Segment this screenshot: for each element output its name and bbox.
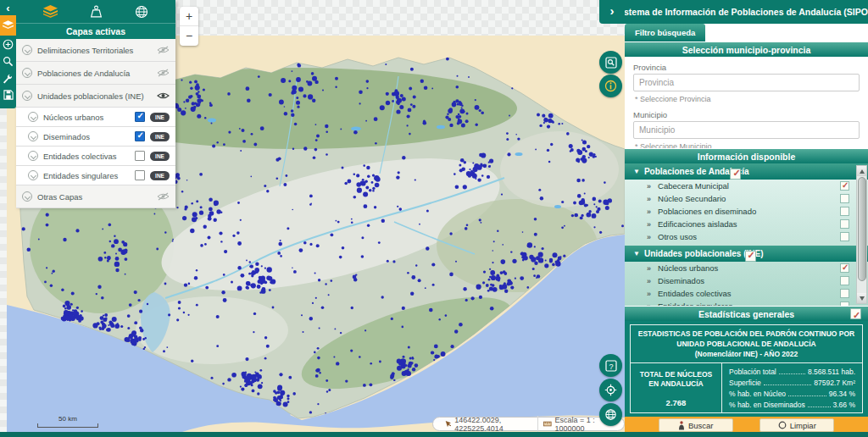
collapse-left-panel-button[interactable]: ‹	[0, 0, 16, 15]
info-item-diseminados[interactable]: » Diseminados	[625, 274, 868, 287]
collapse-circle-icon[interactable]	[22, 45, 32, 55]
item-checkbox[interactable]	[840, 194, 849, 203]
measure-icon[interactable]	[89, 5, 103, 19]
zoom-control: + −	[180, 7, 198, 46]
layer-group-unidades-ine[interactable]: Unidades poblacionales (INE)	[16, 85, 175, 108]
scalebar-label: 50 km	[37, 415, 98, 423]
ine-badge: INE	[150, 152, 170, 161]
item-checkbox[interactable]	[840, 207, 849, 216]
layer-diseminados[interactable]: Diseminados INE	[16, 127, 175, 147]
scrollbar-thumb[interactable]	[858, 177, 866, 281]
layer-group-delimitaciones[interactable]: Delimitaciones Territoriales	[16, 39, 175, 62]
info-group-unidades-ine[interactable]: ▼ Unidades poblacionales (INE)	[625, 246, 868, 262]
info-item-nucleos-urbanos[interactable]: » Núcleos urbanos	[625, 262, 868, 274]
action-footer: Buscar Limpiar	[625, 417, 868, 434]
left-toolbar: ‹	[0, 0, 16, 108]
save-tool-button[interactable]	[0, 86, 16, 103]
stats-values-cell: Población total 8.568.511 hab. Superfici…	[722, 363, 862, 412]
add-tool-button[interactable]	[0, 36, 16, 53]
stats-total-cell: TOTAL DE NÚCLEOS EN ANDALUCÍA 2.768	[631, 363, 722, 412]
item-checkbox[interactable]	[840, 276, 849, 285]
layer-group-poblaciones[interactable]: Poblaciones de Andalucía	[16, 62, 175, 85]
layer-checkbox[interactable]	[135, 170, 145, 180]
collapse-circle-icon[interactable]	[22, 91, 32, 101]
layer-entidades-singulares[interactable]: Entidades singulares INE	[16, 166, 175, 185]
layers-tool-button[interactable]	[0, 15, 16, 36]
info-item-cabecera-municipal[interactable]: » Cabecera Municipal	[625, 180, 868, 192]
info-icon	[604, 80, 617, 92]
info-button[interactable]	[599, 75, 622, 97]
ruler-icon	[543, 421, 552, 427]
layers-panel-header	[16, 0, 175, 23]
layers-icon[interactable]	[43, 5, 58, 18]
geolocate-button[interactable]	[599, 379, 622, 401]
eye-slash-icon[interactable]	[156, 46, 170, 54]
page-bottom-bar	[0, 432, 868, 437]
layer-checkbox[interactable]	[135, 131, 145, 141]
layer-nucleos-urbanos[interactable]: Núcleos urbanos INE	[16, 108, 175, 127]
tools-button[interactable]	[0, 69, 16, 86]
triangle-down-icon: ▼	[633, 250, 640, 257]
eye-slash-icon[interactable]	[156, 192, 170, 201]
triangle-down-icon: ▼	[633, 168, 640, 175]
info-group-poblaciones[interactable]: ▼ Poblaciones de Andalucía	[625, 163, 868, 180]
info-item-nucleo-secundario[interactable]: » Núcleo Secundario	[625, 192, 868, 205]
scroll-up-button[interactable]	[857, 166, 866, 176]
layer-group-otras-capas[interactable]: Otras Capas	[16, 185, 175, 208]
provincia-input[interactable]	[633, 74, 860, 91]
layers-panel: Capas activas Delimitaciones Territorial…	[16, 0, 175, 207]
collapse-circle-icon[interactable]	[28, 112, 38, 122]
layer-entidades-colectivas[interactable]: Entidades colectivas INE	[16, 147, 175, 166]
globe-icon[interactable]	[135, 5, 148, 19]
group-checkbox[interactable]	[730, 169, 741, 180]
stats-box: ESTADISTICAS DE POBLACIÓN DEL PADRÓN CON…	[630, 324, 863, 413]
collapse-circle-icon[interactable]	[22, 191, 32, 202]
municipio-label: Municipio	[633, 110, 860, 119]
tab-filtro-busqueda[interactable]: Filtro búsqueda	[625, 24, 705, 41]
collapse-right-panel-button[interactable]: ›	[599, 0, 625, 24]
item-checkbox[interactable]	[840, 263, 849, 273]
limpiar-button[interactable]: Limpiar	[760, 418, 834, 432]
info-list: ▼ Poblaciones de Andalucía » Cabecera Mu…	[625, 163, 868, 306]
zoom-in-button[interactable]: +	[180, 7, 198, 26]
zoom-out-button[interactable]: −	[180, 26, 198, 46]
globe-button[interactable]	[599, 403, 622, 426]
scrollbar[interactable]	[856, 165, 867, 304]
info-item-edificaciones-aisladas[interactable]: » Edificaciones aisladas	[625, 218, 868, 230]
municipio-input[interactable]	[633, 121, 860, 139]
eye-icon[interactable]	[156, 91, 170, 100]
circle-plus-icon	[3, 39, 14, 50]
item-checkbox[interactable]	[840, 181, 849, 191]
info-item-otros-usos[interactable]: » Otros usos	[625, 230, 868, 243]
group-checkbox[interactable]	[745, 251, 756, 262]
collapse-circle-icon[interactable]	[28, 170, 38, 180]
info-item-entidades-colectivas[interactable]: » Entidades colectivas	[625, 287, 868, 300]
tab-bar: Filtro búsqueda	[625, 24, 868, 41]
help-button[interactable]: ?	[599, 354, 622, 377]
section-header-informacion: Información disponible	[625, 148, 868, 163]
wrench-icon	[3, 73, 14, 84]
collapse-circle-icon[interactable]	[28, 131, 38, 141]
buscar-button[interactable]: Buscar	[659, 418, 733, 432]
item-checkbox[interactable]	[840, 232, 849, 241]
stat-row-hab-nucleo: % hab. en Núcleo 96.34 %	[729, 390, 855, 398]
collapse-circle-icon[interactable]	[28, 151, 38, 161]
target-icon	[604, 384, 617, 396]
item-checkbox[interactable]	[840, 289, 849, 298]
search-tool-button[interactable]	[0, 53, 16, 69]
frame-search-button[interactable]	[599, 51, 622, 74]
stats-checkbox[interactable]	[850, 308, 861, 319]
ine-badge: INE	[150, 171, 170, 180]
layer-checkbox[interactable]	[135, 151, 145, 161]
panel-title: Capas activas	[16, 23, 175, 39]
layer-checkbox[interactable]	[135, 112, 145, 122]
eye-slash-icon[interactable]	[156, 69, 170, 77]
panel-header: › Sistema de Información de Poblaciones …	[625, 0, 868, 24]
status-pill: 146422.0029, 4225225.4014 Escala = 1 : 1…	[432, 417, 625, 431]
info-item-entidades-singulares[interactable]: » Entidades singulares	[625, 300, 868, 306]
stats-title: ESTADISTICAS DE POBLACIÓN DEL PADRÓN CON…	[631, 325, 862, 363]
info-item-poblaciones-diseminado[interactable]: » Poblaciones en diseminado	[625, 205, 868, 218]
scroll-down-button[interactable]	[857, 293, 866, 303]
collapse-circle-icon[interactable]	[22, 68, 32, 78]
item-checkbox[interactable]	[840, 219, 849, 229]
